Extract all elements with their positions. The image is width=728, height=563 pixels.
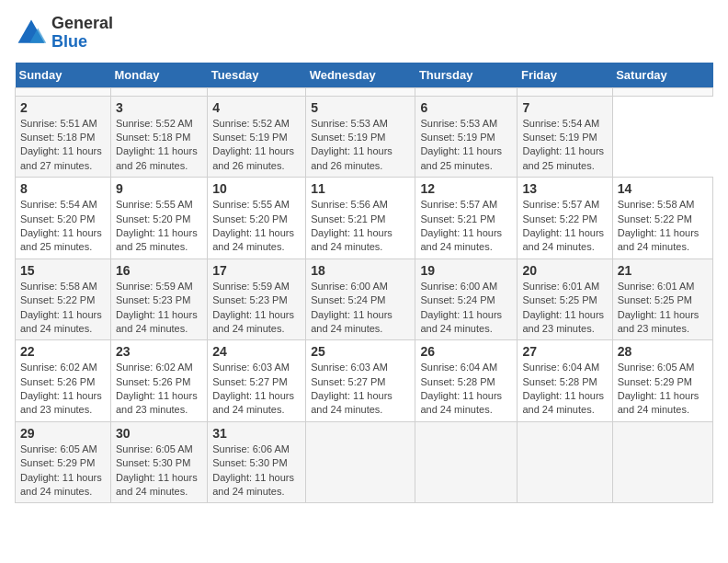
- calendar-cell: 29 Sunrise: 6:05 AM Sunset: 5:29 PM Dayl…: [16, 421, 111, 503]
- calendar-cell-empty: [16, 87, 111, 96]
- day-info: Sunrise: 5:54 AM Sunset: 5:20 PM Dayligh…: [20, 198, 106, 255]
- calendar-cell: 10 Sunrise: 5:55 AM Sunset: 5:20 PM Dayl…: [208, 178, 306, 259]
- calendar-cell: 19 Sunrise: 6:00 AM Sunset: 5:24 PM Dayl…: [415, 259, 518, 340]
- calendar-cell: 28 Sunrise: 6:05 AM Sunset: 5:29 PM Dayl…: [612, 340, 712, 422]
- calendar-header-row: SundayMondayTuesdayWednesdayThursdayFrid…: [16, 63, 713, 88]
- day-info: Sunrise: 6:05 AM Sunset: 5:29 PM Dayligh…: [20, 442, 106, 500]
- calendar-cell-empty: [110, 87, 207, 96]
- calendar-cell: 23 Sunrise: 6:02 AM Sunset: 5:26 PM Dayl…: [110, 340, 207, 422]
- calendar-cell: 17 Sunrise: 5:59 AM Sunset: 5:23 PM Dayl…: [208, 259, 306, 340]
- day-number: 10: [212, 181, 301, 196]
- day-info: Sunrise: 6:01 AM Sunset: 5:25 PM Dayligh…: [522, 280, 607, 337]
- calendar-cell-empty: [612, 421, 712, 503]
- day-info: Sunrise: 6:04 AM Sunset: 5:28 PM Dayligh…: [522, 361, 607, 418]
- calendar-cell-empty: [518, 87, 612, 96]
- calendar-cell: 27 Sunrise: 6:04 AM Sunset: 5:28 PM Dayl…: [518, 340, 612, 422]
- day-number: 15: [20, 263, 106, 278]
- column-header-sunday: Sunday: [16, 63, 111, 88]
- day-info: Sunrise: 6:05 AM Sunset: 5:30 PM Dayligh…: [116, 442, 202, 500]
- day-info: Sunrise: 6:02 AM Sunset: 5:26 PM Dayligh…: [116, 361, 202, 418]
- calendar-cell-empty: [306, 87, 415, 96]
- calendar-cell: 31 Sunrise: 6:06 AM Sunset: 5:30 PM Dayl…: [208, 421, 306, 503]
- logo-icon: [15, 17, 48, 50]
- calendar-cell: 13 Sunrise: 5:57 AM Sunset: 5:22 PM Dayl…: [518, 178, 612, 259]
- calendar-cell: 16 Sunrise: 5:59 AM Sunset: 5:23 PM Dayl…: [110, 259, 207, 340]
- calendar-week-row: [16, 87, 713, 96]
- column-header-friday: Friday: [518, 63, 612, 88]
- calendar-cell: 24 Sunrise: 6:03 AM Sunset: 5:27 PM Dayl…: [208, 340, 306, 422]
- column-header-wednesday: Wednesday: [306, 63, 415, 88]
- day-number: 31: [212, 426, 301, 441]
- day-number: 14: [618, 181, 708, 196]
- column-header-monday: Monday: [110, 63, 207, 88]
- calendar-cell-empty: [415, 87, 518, 96]
- day-number: 29: [20, 426, 106, 441]
- day-info: Sunrise: 5:57 AM Sunset: 5:22 PM Dayligh…: [522, 198, 607, 255]
- calendar-cell: 26 Sunrise: 6:04 AM Sunset: 5:28 PM Dayl…: [415, 340, 518, 422]
- day-info: Sunrise: 5:59 AM Sunset: 5:23 PM Dayligh…: [212, 280, 301, 337]
- day-info: Sunrise: 5:52 AM Sunset: 5:19 PM Dayligh…: [212, 117, 301, 174]
- day-number: 27: [522, 344, 607, 359]
- day-info: Sunrise: 6:00 AM Sunset: 5:24 PM Dayligh…: [311, 280, 410, 337]
- calendar-cell: 5 Sunrise: 5:53 AM Sunset: 5:19 PM Dayli…: [306, 96, 415, 178]
- day-info: Sunrise: 5:58 AM Sunset: 5:22 PM Dayligh…: [618, 198, 708, 255]
- day-number: 5: [311, 100, 410, 115]
- day-info: Sunrise: 6:00 AM Sunset: 5:24 PM Dayligh…: [420, 280, 512, 337]
- calendar-week-row: 2 Sunrise: 5:51 AM Sunset: 5:18 PM Dayli…: [16, 96, 713, 178]
- day-number: 7: [522, 100, 607, 115]
- calendar-week-row: 29 Sunrise: 6:05 AM Sunset: 5:29 PM Dayl…: [16, 421, 713, 503]
- calendar-cell-empty: [306, 421, 415, 503]
- day-number: 6: [420, 100, 512, 115]
- calendar-cell: 9 Sunrise: 5:55 AM Sunset: 5:20 PM Dayli…: [110, 178, 207, 259]
- calendar-week-row: 15 Sunrise: 5:58 AM Sunset: 5:22 PM Dayl…: [16, 259, 713, 340]
- day-info: Sunrise: 6:05 AM Sunset: 5:29 PM Dayligh…: [618, 361, 708, 418]
- calendar-cell: 6 Sunrise: 5:53 AM Sunset: 5:19 PM Dayli…: [415, 96, 518, 178]
- column-header-thursday: Thursday: [415, 63, 518, 88]
- day-info: Sunrise: 6:06 AM Sunset: 5:30 PM Dayligh…: [212, 442, 301, 500]
- day-number: 17: [212, 263, 301, 278]
- day-info: Sunrise: 5:55 AM Sunset: 5:20 PM Dayligh…: [212, 198, 301, 255]
- calendar-cell: 25 Sunrise: 6:03 AM Sunset: 5:27 PM Dayl…: [306, 340, 415, 422]
- calendar-cell: 21 Sunrise: 6:01 AM Sunset: 5:25 PM Dayl…: [612, 259, 712, 340]
- calendar-cell: 22 Sunrise: 6:02 AM Sunset: 5:26 PM Dayl…: [16, 340, 111, 422]
- calendar-cell: 12 Sunrise: 5:57 AM Sunset: 5:21 PM Dayl…: [415, 178, 518, 259]
- calendar-cell-empty: [208, 87, 306, 96]
- day-number: 25: [311, 344, 410, 359]
- day-info: Sunrise: 5:53 AM Sunset: 5:19 PM Dayligh…: [420, 117, 512, 174]
- day-number: 26: [420, 344, 512, 359]
- calendar-cell: 4 Sunrise: 5:52 AM Sunset: 5:19 PM Dayli…: [208, 96, 306, 178]
- day-number: 24: [212, 344, 301, 359]
- day-info: Sunrise: 6:01 AM Sunset: 5:25 PM Dayligh…: [618, 280, 708, 337]
- day-info: Sunrise: 5:53 AM Sunset: 5:19 PM Dayligh…: [311, 117, 410, 174]
- day-info: Sunrise: 5:57 AM Sunset: 5:21 PM Dayligh…: [420, 198, 512, 255]
- logo-blue: Blue: [51, 32, 87, 51]
- column-header-tuesday: Tuesday: [208, 63, 306, 88]
- day-info: Sunrise: 6:03 AM Sunset: 5:27 PM Dayligh…: [212, 361, 301, 418]
- day-number: 12: [420, 181, 512, 196]
- day-number: 18: [311, 263, 410, 278]
- day-info: Sunrise: 5:58 AM Sunset: 5:22 PM Dayligh…: [20, 280, 106, 337]
- calendar-cell: 11 Sunrise: 5:56 AM Sunset: 5:21 PM Dayl…: [306, 178, 415, 259]
- calendar-cell: 30 Sunrise: 6:05 AM Sunset: 5:30 PM Dayl…: [110, 421, 207, 503]
- day-number: 8: [20, 181, 106, 196]
- day-number: 21: [618, 263, 708, 278]
- calendar-cell: 14 Sunrise: 5:58 AM Sunset: 5:22 PM Dayl…: [612, 178, 712, 259]
- day-info: Sunrise: 6:04 AM Sunset: 5:28 PM Dayligh…: [420, 361, 512, 418]
- day-info: Sunrise: 5:52 AM Sunset: 5:18 PM Dayligh…: [116, 117, 202, 174]
- day-number: 19: [420, 263, 512, 278]
- calendar-cell: 15 Sunrise: 5:58 AM Sunset: 5:22 PM Dayl…: [16, 259, 111, 340]
- day-info: Sunrise: 5:59 AM Sunset: 5:23 PM Dayligh…: [116, 280, 202, 337]
- calendar-cell: 2 Sunrise: 5:51 AM Sunset: 5:18 PM Dayli…: [16, 96, 111, 178]
- calendar-cell: 20 Sunrise: 6:01 AM Sunset: 5:25 PM Dayl…: [518, 259, 612, 340]
- day-number: 9: [116, 181, 202, 196]
- day-number: 28: [618, 344, 708, 359]
- day-info: Sunrise: 5:54 AM Sunset: 5:19 PM Dayligh…: [522, 117, 607, 174]
- day-number: 2: [20, 100, 106, 115]
- day-info: Sunrise: 5:56 AM Sunset: 5:21 PM Dayligh…: [311, 198, 410, 255]
- logo-general: General: [51, 14, 113, 32]
- day-number: 23: [116, 344, 202, 359]
- column-header-saturday: Saturday: [612, 63, 712, 88]
- logo: General Blue: [15, 15, 113, 52]
- day-number: 3: [116, 100, 202, 115]
- day-number: 20: [522, 263, 607, 278]
